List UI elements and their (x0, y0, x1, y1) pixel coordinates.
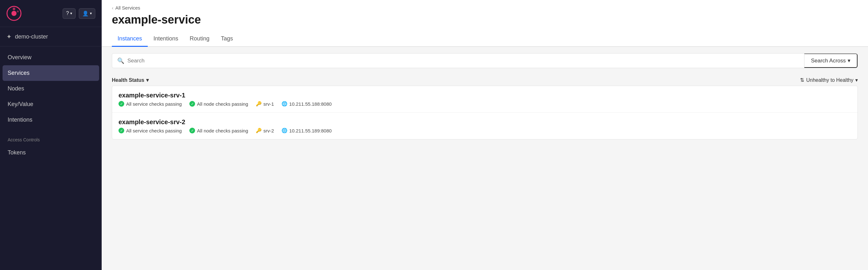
sort-chevron-icon: ▾ (855, 77, 858, 83)
svg-point-3 (17, 10, 19, 12)
search-input-wrap: 🔍 (112, 54, 804, 68)
node-item: 🔑 srv-2 (256, 128, 274, 133)
tab-tags[interactable]: Tags (215, 31, 239, 47)
sidebar-item-label-intentions: Intentions (8, 116, 32, 123)
tab-instances[interactable]: Instances (112, 31, 148, 47)
sort-button[interactable]: ⇅ Unhealthy to Healthy ▾ (800, 77, 858, 83)
instance-meta: ✓ All service checks passing ✓ All node … (119, 101, 851, 107)
node-name: srv-2 (264, 128, 274, 133)
health-status-chevron-icon: ▾ (146, 77, 149, 83)
sidebar-item-overview[interactable]: Overview (0, 50, 102, 65)
service-check-pass-icon: ✓ (119, 101, 124, 107)
ip-address: 10.211.55.189:8080 (289, 128, 331, 133)
tab-intentions[interactable]: Intentions (148, 31, 184, 47)
ip-item: 🌐 10.211.55.189:8080 (281, 128, 331, 133)
node-check-label: All node checks passing (197, 101, 248, 107)
globe-icon: 🌐 (281, 101, 287, 107)
user-chevron-icon: ▾ (90, 11, 92, 16)
help-button[interactable]: ? ▾ (63, 8, 75, 19)
logo (6, 6, 22, 21)
cluster-name: demo-cluster (15, 33, 48, 40)
search-across-label: Search Across (811, 58, 846, 64)
svg-point-1 (11, 11, 17, 16)
nav-section: Overview Services Nodes Key/Value Intent… (0, 47, 102, 131)
sidebar: ? ▾ 👤 ▾ ✦ demo-cluster Overview Services… (0, 0, 102, 270)
search-input[interactable] (127, 58, 799, 64)
ip-item: 🌐 10.211.55.188:8080 (281, 101, 331, 107)
sidebar-item-services[interactable]: Services (3, 65, 99, 81)
main-content: ‹ All Services example-service Instances… (102, 0, 868, 270)
search-across-chevron-icon: ▾ (848, 57, 850, 64)
node-check-item: ✓ All node checks passing (189, 128, 248, 133)
page-title: example-service (102, 10, 868, 31)
sidebar-item-intentions[interactable]: Intentions (0, 112, 102, 128)
health-status-filter-button[interactable]: Health Status ▾ (112, 77, 149, 83)
sidebar-item-tokens[interactable]: Tokens (0, 145, 102, 160)
service-check-label: All service checks passing (126, 128, 182, 133)
instance-meta: ✓ All service checks passing ✓ All node … (119, 128, 851, 133)
sidebar-item-label-services: Services (8, 70, 30, 76)
node-item: 🔑 srv-1 (256, 101, 274, 107)
breadcrumb: ‹ All Services (102, 0, 868, 10)
help-chevron-icon: ▾ (70, 11, 72, 16)
tab-routing[interactable]: Routing (184, 31, 215, 47)
cluster-icon: ✦ (6, 33, 12, 40)
user-icon: 👤 (82, 10, 89, 17)
service-check-item: ✓ All service checks passing (119, 128, 182, 133)
sidebar-item-nodes[interactable]: Nodes (0, 81, 102, 97)
breadcrumb-link[interactable]: All Services (115, 5, 140, 10)
node-check-pass-icon: ✓ (189, 128, 195, 133)
user-button[interactable]: 👤 ▾ (79, 8, 95, 19)
service-check-pass-icon: ✓ (119, 128, 124, 133)
header-controls: ? ▾ 👤 ▾ (63, 8, 95, 19)
instance-name[interactable]: example-service-srv-1 (119, 92, 851, 99)
sort-icon: ⇅ (800, 77, 804, 83)
access-controls-label: Access Controls (0, 131, 102, 145)
sidebar-item-keyvalue[interactable]: Key/Value (0, 97, 102, 112)
instances-list: example-service-srv-1 ✓ All service chec… (112, 86, 858, 139)
search-row: 🔍 Search Across ▾ (112, 53, 858, 68)
svg-point-2 (13, 8, 15, 10)
node-check-item: ✓ All node checks passing (189, 101, 248, 107)
instance-name[interactable]: example-service-srv-2 (119, 118, 851, 126)
health-status-label: Health Status (112, 77, 144, 83)
node-key-icon: 🔑 (256, 101, 262, 107)
service-check-item: ✓ All service checks passing (119, 101, 182, 107)
sidebar-header: ? ▾ 👤 ▾ (0, 0, 102, 27)
content-area: 🔍 Search Across ▾ Health Status ▾ ⇅ Unhe… (102, 47, 868, 270)
table-row: example-service-srv-1 ✓ All service chec… (112, 86, 858, 113)
node-check-label: All node checks passing (197, 128, 248, 133)
cluster-row: ✦ demo-cluster (0, 27, 102, 47)
search-across-button[interactable]: Search Across ▾ (804, 53, 858, 68)
node-key-icon: 🔑 (256, 128, 262, 133)
ip-address: 10.211.55.188:8080 (289, 101, 331, 107)
sort-label: Unhealthy to Healthy (806, 77, 854, 83)
filter-row: Health Status ▾ ⇅ Unhealthy to Healthy ▾ (112, 73, 858, 86)
help-icon: ? (66, 10, 69, 16)
table-row: example-service-srv-2 ✓ All service chec… (112, 113, 858, 139)
sidebar-item-label-keyvalue: Key/Value (8, 101, 33, 108)
breadcrumb-arrow-icon: ‹ (112, 5, 114, 10)
node-name: srv-1 (264, 101, 274, 107)
sidebar-item-label-nodes: Nodes (8, 85, 24, 92)
service-check-label: All service checks passing (126, 101, 182, 107)
tabs-bar: Instances Intentions Routing Tags (102, 31, 868, 47)
sidebar-item-label-tokens: Tokens (8, 149, 26, 156)
search-icon: 🔍 (117, 57, 124, 64)
globe-icon: 🌐 (281, 128, 287, 133)
sidebar-item-label-overview: Overview (8, 54, 31, 61)
node-check-pass-icon: ✓ (189, 101, 195, 107)
consul-logo-icon (6, 6, 22, 21)
